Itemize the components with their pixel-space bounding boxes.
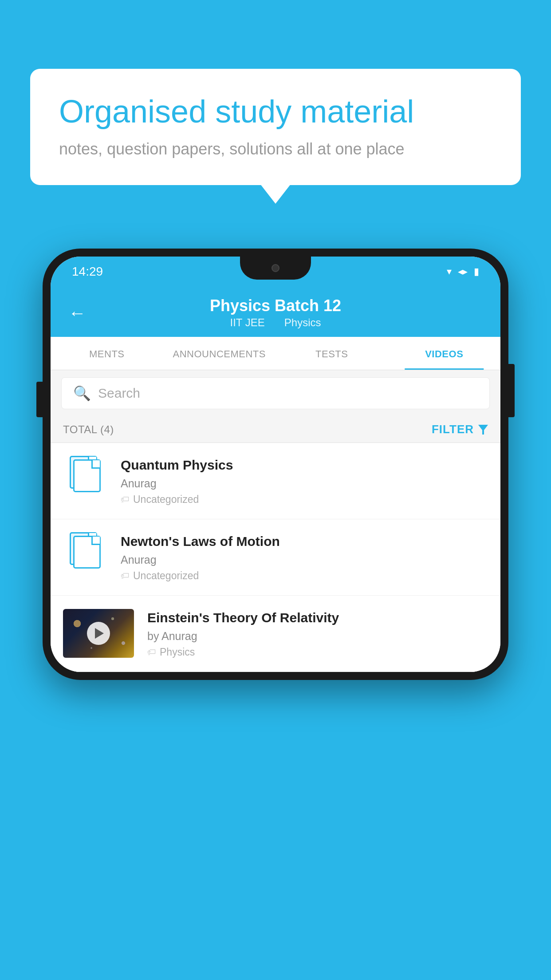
video-title: Einstein's Theory Of Relativity <box>147 609 488 626</box>
video-author: Anurag <box>121 553 488 566</box>
video-list: Quantum Physics Anurag 🏷 Uncategorized <box>51 443 500 672</box>
video-tag: 🏷 Uncategorized <box>121 570 488 582</box>
status-time: 14:29 <box>72 265 103 279</box>
filter-row: TOTAL (4) FILTER <box>51 416 500 443</box>
search-icon: 🔍 <box>73 385 91 402</box>
list-item[interactable]: Quantum Physics Anurag 🏷 Uncategorized <box>51 443 500 519</box>
video-tag: 🏷 Uncategorized <box>121 494 488 506</box>
doc-page-front <box>73 459 101 492</box>
thumbnail-overlay <box>63 609 134 658</box>
list-item[interactable]: Newton's Laws of Motion Anurag 🏷 Uncateg… <box>51 519 500 596</box>
doc-page-front <box>73 536 101 569</box>
header-title: Physics Batch 12 <box>99 296 452 315</box>
video-author: by Anurag <box>147 630 488 643</box>
status-icons: ▾ ◂▸ ▮ <box>447 266 479 277</box>
battery-icon: ▮ <box>474 266 479 277</box>
tab-videos[interactable]: VIDEOS <box>388 337 501 370</box>
wifi-icon: ▾ <box>447 266 452 277</box>
video-info: Quantum Physics Anurag 🏷 Uncategorized <box>121 456 488 506</box>
play-triangle-icon <box>95 628 104 639</box>
filter-icon <box>478 425 488 435</box>
search-bar[interactable]: 🔍 Search <box>61 377 490 409</box>
video-title: Quantum Physics <box>121 456 488 474</box>
doc-icon-wrapper <box>63 456 107 492</box>
subtitle-part2: Physics <box>284 316 321 328</box>
phone-frame: 14:29 ▾ ◂▸ ▮ ← Physics Batch 12 IIT JEE <box>43 249 508 680</box>
tab-ments[interactable]: MENTS <box>51 337 163 370</box>
video-info: Einstein's Theory Of Relativity by Anura… <box>147 609 488 658</box>
header-title-block: Physics Batch 12 IIT JEE Physics <box>99 296 452 329</box>
svg-marker-0 <box>478 425 488 435</box>
speech-bubble-heading: Organised study material <box>59 93 492 130</box>
back-button[interactable]: ← <box>68 304 86 322</box>
search-bar-wrapper: 🔍 Search <box>51 370 500 416</box>
tag-label: Physics <box>160 646 195 658</box>
tabs-bar: MENTS ANNOUNCEMENTS TESTS VIDEOS <box>51 337 500 370</box>
filter-label: FILTER <box>432 423 474 436</box>
signal-icon: ◂▸ <box>458 266 468 277</box>
tag-icon: 🏷 <box>121 571 130 581</box>
tab-announcements[interactable]: ANNOUNCEMENTS <box>163 337 276 370</box>
video-author: Anurag <box>121 477 488 490</box>
total-count: TOTAL (4) <box>63 423 114 436</box>
video-info: Newton's Laws of Motion Anurag 🏷 Uncateg… <box>121 533 488 582</box>
notch <box>240 257 311 280</box>
filter-button[interactable]: FILTER <box>432 423 488 436</box>
tag-label: Uncategorized <box>133 570 199 582</box>
video-tag: 🏷 Physics <box>147 646 488 658</box>
speech-bubble-subtext: notes, question papers, solutions all at… <box>59 140 492 158</box>
phone-screen: 14:29 ▾ ◂▸ ▮ ← Physics Batch 12 IIT JEE <box>51 257 500 672</box>
speech-bubble-card: Organised study material notes, question… <box>30 69 521 185</box>
tag-icon: 🏷 <box>121 494 130 505</box>
tab-tests[interactable]: TESTS <box>276 337 388 370</box>
camera-dot <box>272 264 279 272</box>
subtitle-part1: IIT JEE <box>230 316 265 328</box>
tag-label: Uncategorized <box>133 494 199 506</box>
play-button[interactable] <box>87 622 110 645</box>
phone-container: 14:29 ▾ ◂▸ ▮ ← Physics Batch 12 IIT JEE <box>43 249 508 680</box>
document-icon <box>70 456 101 492</box>
list-item[interactable]: Einstein's Theory Of Relativity by Anura… <box>51 596 500 672</box>
tag-icon: 🏷 <box>147 647 156 657</box>
video-thumbnail <box>63 609 134 658</box>
header-subtitle: IIT JEE Physics <box>99 316 452 329</box>
document-icon <box>70 532 101 569</box>
status-bar: 14:29 ▾ ◂▸ ▮ <box>51 257 500 287</box>
app-header: ← Physics Batch 12 IIT JEE Physics <box>51 287 500 337</box>
search-placeholder: Search <box>98 386 140 401</box>
doc-icon-wrapper <box>63 533 107 568</box>
video-title: Newton's Laws of Motion <box>121 533 488 550</box>
subtitle-separator <box>273 316 279 328</box>
speech-bubble: Organised study material notes, question… <box>30 69 521 185</box>
